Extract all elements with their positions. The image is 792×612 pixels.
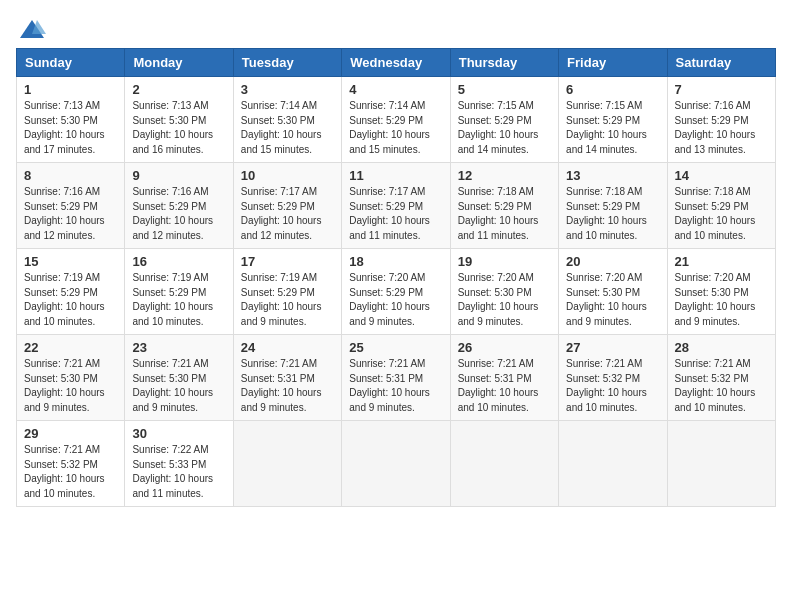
day-number: 14 xyxy=(675,168,768,183)
calendar-day-cell: 25Sunrise: 7:21 AM Sunset: 5:31 PM Dayli… xyxy=(342,335,450,421)
day-number: 29 xyxy=(24,426,117,441)
calendar-day-cell: 28Sunrise: 7:21 AM Sunset: 5:32 PM Dayli… xyxy=(667,335,775,421)
calendar-day-cell xyxy=(559,421,667,507)
weekday-header-cell: Saturday xyxy=(667,49,775,77)
calendar-day-cell: 26Sunrise: 7:21 AM Sunset: 5:31 PM Dayli… xyxy=(450,335,558,421)
day-number: 15 xyxy=(24,254,117,269)
calendar-week-row: 1Sunrise: 7:13 AM Sunset: 5:30 PM Daylig… xyxy=(17,77,776,163)
day-info: Sunrise: 7:18 AM Sunset: 5:29 PM Dayligh… xyxy=(566,185,659,243)
day-info: Sunrise: 7:16 AM Sunset: 5:29 PM Dayligh… xyxy=(675,99,768,157)
weekday-header-cell: Wednesday xyxy=(342,49,450,77)
calendar-day-cell: 17Sunrise: 7:19 AM Sunset: 5:29 PM Dayli… xyxy=(233,249,341,335)
day-info: Sunrise: 7:15 AM Sunset: 5:29 PM Dayligh… xyxy=(566,99,659,157)
calendar-week-row: 8Sunrise: 7:16 AM Sunset: 5:29 PM Daylig… xyxy=(17,163,776,249)
calendar-body: 1Sunrise: 7:13 AM Sunset: 5:30 PM Daylig… xyxy=(17,77,776,507)
day-info: Sunrise: 7:21 AM Sunset: 5:31 PM Dayligh… xyxy=(241,357,334,415)
day-number: 13 xyxy=(566,168,659,183)
calendar-day-cell: 24Sunrise: 7:21 AM Sunset: 5:31 PM Dayli… xyxy=(233,335,341,421)
day-info: Sunrise: 7:21 AM Sunset: 5:31 PM Dayligh… xyxy=(458,357,551,415)
day-number: 4 xyxy=(349,82,442,97)
calendar-day-cell: 16Sunrise: 7:19 AM Sunset: 5:29 PM Dayli… xyxy=(125,249,233,335)
logo-icon xyxy=(18,16,46,44)
day-info: Sunrise: 7:20 AM Sunset: 5:30 PM Dayligh… xyxy=(566,271,659,329)
day-info: Sunrise: 7:14 AM Sunset: 5:29 PM Dayligh… xyxy=(349,99,442,157)
day-info: Sunrise: 7:15 AM Sunset: 5:29 PM Dayligh… xyxy=(458,99,551,157)
day-number: 5 xyxy=(458,82,551,97)
day-number: 26 xyxy=(458,340,551,355)
day-number: 18 xyxy=(349,254,442,269)
calendar-day-cell: 27Sunrise: 7:21 AM Sunset: 5:32 PM Dayli… xyxy=(559,335,667,421)
day-info: Sunrise: 7:21 AM Sunset: 5:30 PM Dayligh… xyxy=(24,357,117,415)
day-number: 8 xyxy=(24,168,117,183)
day-info: Sunrise: 7:13 AM Sunset: 5:30 PM Dayligh… xyxy=(24,99,117,157)
day-number: 23 xyxy=(132,340,225,355)
day-number: 9 xyxy=(132,168,225,183)
calendar-day-cell: 8Sunrise: 7:16 AM Sunset: 5:29 PM Daylig… xyxy=(17,163,125,249)
day-info: Sunrise: 7:19 AM Sunset: 5:29 PM Dayligh… xyxy=(24,271,117,329)
calendar-day-cell: 10Sunrise: 7:17 AM Sunset: 5:29 PM Dayli… xyxy=(233,163,341,249)
calendar-day-cell: 2Sunrise: 7:13 AM Sunset: 5:30 PM Daylig… xyxy=(125,77,233,163)
calendar-day-cell: 19Sunrise: 7:20 AM Sunset: 5:30 PM Dayli… xyxy=(450,249,558,335)
calendar-day-cell: 20Sunrise: 7:20 AM Sunset: 5:30 PM Dayli… xyxy=(559,249,667,335)
day-number: 16 xyxy=(132,254,225,269)
calendar-day-cell: 15Sunrise: 7:19 AM Sunset: 5:29 PM Dayli… xyxy=(17,249,125,335)
calendar-day-cell: 5Sunrise: 7:15 AM Sunset: 5:29 PM Daylig… xyxy=(450,77,558,163)
day-info: Sunrise: 7:13 AM Sunset: 5:30 PM Dayligh… xyxy=(132,99,225,157)
day-info: Sunrise: 7:18 AM Sunset: 5:29 PM Dayligh… xyxy=(458,185,551,243)
weekday-header-cell: Thursday xyxy=(450,49,558,77)
calendar-day-cell: 4Sunrise: 7:14 AM Sunset: 5:29 PM Daylig… xyxy=(342,77,450,163)
weekday-header-cell: Sunday xyxy=(17,49,125,77)
calendar-day-cell: 23Sunrise: 7:21 AM Sunset: 5:30 PM Dayli… xyxy=(125,335,233,421)
calendar-day-cell xyxy=(233,421,341,507)
calendar-day-cell: 22Sunrise: 7:21 AM Sunset: 5:30 PM Dayli… xyxy=(17,335,125,421)
calendar-day-cell: 12Sunrise: 7:18 AM Sunset: 5:29 PM Dayli… xyxy=(450,163,558,249)
calendar-day-cell: 18Sunrise: 7:20 AM Sunset: 5:29 PM Dayli… xyxy=(342,249,450,335)
day-info: Sunrise: 7:21 AM Sunset: 5:32 PM Dayligh… xyxy=(675,357,768,415)
day-number: 19 xyxy=(458,254,551,269)
day-info: Sunrise: 7:14 AM Sunset: 5:30 PM Dayligh… xyxy=(241,99,334,157)
calendar-day-cell xyxy=(667,421,775,507)
calendar-day-cell: 1Sunrise: 7:13 AM Sunset: 5:30 PM Daylig… xyxy=(17,77,125,163)
calendar-week-row: 15Sunrise: 7:19 AM Sunset: 5:29 PM Dayli… xyxy=(17,249,776,335)
calendar-day-cell: 13Sunrise: 7:18 AM Sunset: 5:29 PM Dayli… xyxy=(559,163,667,249)
weekday-header-cell: Monday xyxy=(125,49,233,77)
day-number: 17 xyxy=(241,254,334,269)
day-info: Sunrise: 7:20 AM Sunset: 5:30 PM Dayligh… xyxy=(458,271,551,329)
day-number: 27 xyxy=(566,340,659,355)
calendar-day-cell: 3Sunrise: 7:14 AM Sunset: 5:30 PM Daylig… xyxy=(233,77,341,163)
day-number: 20 xyxy=(566,254,659,269)
weekday-header-row: SundayMondayTuesdayWednesdayThursdayFrid… xyxy=(17,49,776,77)
day-info: Sunrise: 7:21 AM Sunset: 5:32 PM Dayligh… xyxy=(24,443,117,501)
day-info: Sunrise: 7:19 AM Sunset: 5:29 PM Dayligh… xyxy=(241,271,334,329)
day-info: Sunrise: 7:21 AM Sunset: 5:31 PM Dayligh… xyxy=(349,357,442,415)
calendar-week-row: 22Sunrise: 7:21 AM Sunset: 5:30 PM Dayli… xyxy=(17,335,776,421)
day-info: Sunrise: 7:16 AM Sunset: 5:29 PM Dayligh… xyxy=(24,185,117,243)
calendar-day-cell: 29Sunrise: 7:21 AM Sunset: 5:32 PM Dayli… xyxy=(17,421,125,507)
day-number: 3 xyxy=(241,82,334,97)
calendar-day-cell: 30Sunrise: 7:22 AM Sunset: 5:33 PM Dayli… xyxy=(125,421,233,507)
day-info: Sunrise: 7:19 AM Sunset: 5:29 PM Dayligh… xyxy=(132,271,225,329)
day-number: 12 xyxy=(458,168,551,183)
calendar-table: SundayMondayTuesdayWednesdayThursdayFrid… xyxy=(16,48,776,507)
day-number: 30 xyxy=(132,426,225,441)
day-number: 2 xyxy=(132,82,225,97)
day-info: Sunrise: 7:21 AM Sunset: 5:32 PM Dayligh… xyxy=(566,357,659,415)
day-info: Sunrise: 7:17 AM Sunset: 5:29 PM Dayligh… xyxy=(349,185,442,243)
day-info: Sunrise: 7:16 AM Sunset: 5:29 PM Dayligh… xyxy=(132,185,225,243)
day-number: 24 xyxy=(241,340,334,355)
page-header xyxy=(16,16,776,40)
day-info: Sunrise: 7:21 AM Sunset: 5:30 PM Dayligh… xyxy=(132,357,225,415)
day-number: 28 xyxy=(675,340,768,355)
calendar-day-cell: 14Sunrise: 7:18 AM Sunset: 5:29 PM Dayli… xyxy=(667,163,775,249)
day-info: Sunrise: 7:18 AM Sunset: 5:29 PM Dayligh… xyxy=(675,185,768,243)
calendar-week-row: 29Sunrise: 7:21 AM Sunset: 5:32 PM Dayli… xyxy=(17,421,776,507)
day-number: 7 xyxy=(675,82,768,97)
calendar-day-cell: 9Sunrise: 7:16 AM Sunset: 5:29 PM Daylig… xyxy=(125,163,233,249)
day-number: 11 xyxy=(349,168,442,183)
day-info: Sunrise: 7:17 AM Sunset: 5:29 PM Dayligh… xyxy=(241,185,334,243)
weekday-header-cell: Friday xyxy=(559,49,667,77)
day-number: 6 xyxy=(566,82,659,97)
calendar-day-cell xyxy=(342,421,450,507)
logo xyxy=(16,16,46,40)
calendar-day-cell: 11Sunrise: 7:17 AM Sunset: 5:29 PM Dayli… xyxy=(342,163,450,249)
